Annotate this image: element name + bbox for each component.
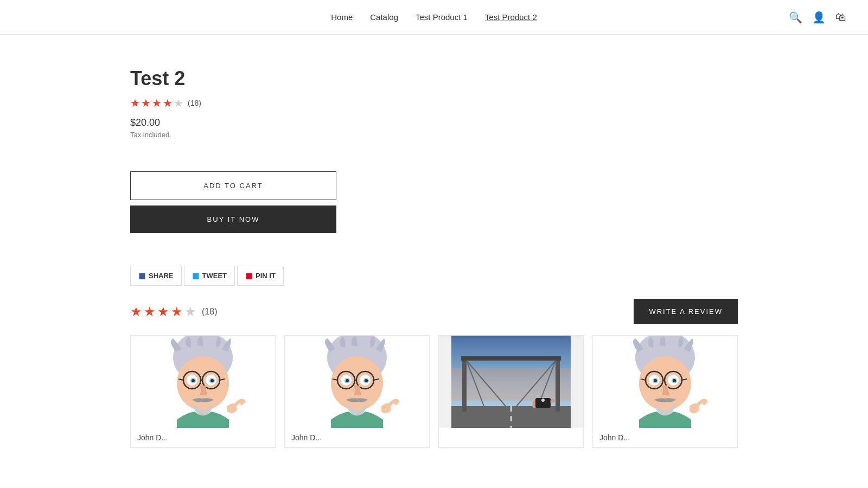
star-1: ★ — [130, 97, 140, 110]
reviews-count-label: (18) — [202, 307, 217, 317]
reviewer-name: John D... — [285, 428, 429, 447]
svg-rect-29 — [462, 357, 467, 412]
review-card-image — [285, 336, 429, 428]
review-card-image — [593, 336, 737, 428]
search-icon[interactable]: 🔍 — [789, 11, 802, 24]
nav-home[interactable]: Home — [331, 12, 353, 22]
review-card — [438, 335, 584, 448]
add-to-cart-button[interactable]: ADD TO CART — [130, 171, 336, 200]
pinterest-icon: ◼ — [245, 271, 252, 281]
svg-point-21 — [346, 379, 349, 382]
svg-rect-31 — [461, 356, 561, 361]
tweet-button[interactable]: ◼ TWEET — [184, 266, 235, 286]
rev-star-2: ★ — [144, 304, 156, 319]
review-card: John D... — [130, 335, 276, 448]
account-icon[interactable]: 👤 — [812, 11, 826, 24]
share-facebook-button[interactable]: ◼ SHARE — [130, 266, 182, 286]
review-cards-grid: John D... — [130, 335, 738, 448]
star-5: ★ — [174, 97, 183, 110]
reviews-stars: ★ ★ ★ ★ ★ — [130, 304, 196, 319]
review-card-image — [439, 336, 583, 428]
svg-rect-27 — [451, 368, 571, 401]
svg-point-46 — [654, 379, 657, 382]
reviews-header: ★ ★ ★ ★ ★ (18) WRITE A REVIEW — [130, 299, 738, 324]
product-rating-row: ★ ★ ★ ★ ★ (18) — [130, 97, 738, 110]
write-review-button[interactable]: WRITE A REVIEW — [634, 299, 738, 324]
tax-note: Tax included. — [130, 131, 738, 139]
reviews-rating-row: ★ ★ ★ ★ ★ (18) — [130, 304, 217, 319]
svg-point-9 — [210, 379, 214, 382]
header-icons: 🔍 👤 🛍 — [789, 11, 846, 24]
tweet-label: TWEET — [202, 272, 227, 280]
pin-it-button[interactable]: ◼ PIN IT — [237, 266, 284, 286]
product-stars: ★ ★ ★ ★ ★ — [130, 97, 183, 110]
svg-point-47 — [673, 379, 676, 382]
reviewer-name: John D... — [131, 428, 275, 447]
product-review-count: (18) — [188, 99, 201, 107]
reviewer-name: John D... — [593, 428, 737, 447]
main-nav: Home Catalog Test Product 1 Test Product… — [331, 12, 537, 22]
rev-star-1: ★ — [130, 304, 142, 319]
svg-point-37 — [541, 399, 545, 402]
pin-label: PIN IT — [256, 272, 276, 280]
reviewer-name — [439, 428, 583, 439]
facebook-icon: ◼ — [138, 271, 145, 281]
nav-catalog[interactable]: Catalog — [370, 12, 398, 22]
star-3: ★ — [152, 97, 162, 110]
social-share-row: ◼ SHARE ◼ TWEET ◼ PIN IT — [130, 266, 738, 286]
svg-point-8 — [192, 379, 195, 382]
rev-star-4: ★ — [171, 304, 183, 319]
product-price: $20.00 — [130, 117, 738, 129]
share-label: SHARE — [149, 272, 174, 280]
rev-star-3: ★ — [157, 304, 169, 319]
nav-product1[interactable]: Test Product 1 — [416, 12, 468, 22]
svg-point-22 — [365, 379, 368, 382]
site-header: Home Catalog Test Product 1 Test Product… — [0, 0, 868, 35]
buy-now-button[interactable]: BUY IT NOW — [130, 206, 336, 233]
review-card-image — [131, 336, 275, 428]
product-title: Test 2 — [130, 67, 738, 90]
review-card: John D... — [592, 335, 738, 448]
star-4: ★ — [163, 97, 173, 110]
star-2: ★ — [141, 97, 151, 110]
svg-rect-30 — [556, 357, 560, 412]
twitter-icon: ◼ — [192, 271, 199, 281]
rev-star-5: ★ — [184, 304, 196, 319]
nav-product2[interactable]: Test Product 2 — [485, 12, 537, 22]
review-card: John D... — [284, 335, 430, 448]
main-content: Test 2 ★ ★ ★ ★ ★ (18) $20.00 Tax include… — [108, 35, 760, 470]
cart-icon[interactable]: 🛍 — [835, 11, 846, 23]
